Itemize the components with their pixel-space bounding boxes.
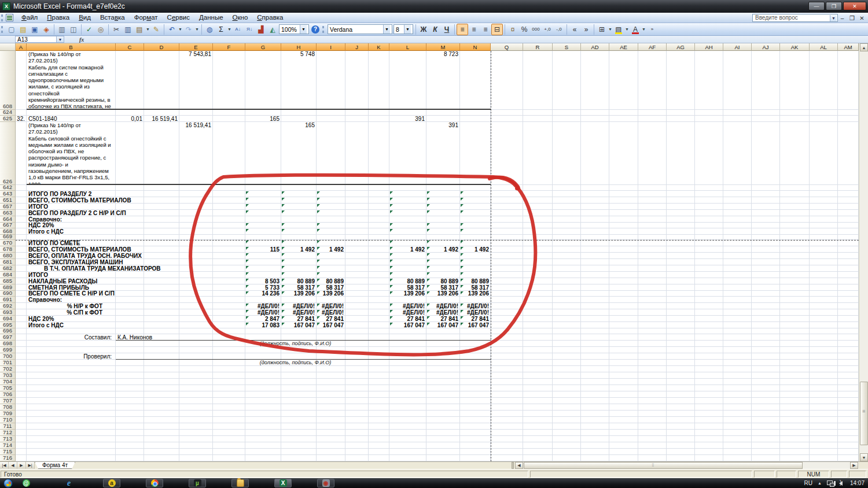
menu-view[interactable]: Вид	[74, 13, 95, 22]
cell-L694[interactable]: 27 841	[389, 316, 426, 322]
row-header-625[interactable]: 625	[0, 116, 16, 122]
chevron-down-icon[interactable]: ▼	[300, 25, 307, 34]
cell-N692[interactable]: #ДЕЛ/0!	[460, 303, 491, 309]
column-header-Q[interactable]: Q	[491, 43, 523, 51]
horizontal-scroll-thumb[interactable]	[524, 462, 803, 469]
tray-expand-icon[interactable]: ▲	[818, 481, 822, 485]
chevron-down-icon[interactable]: ▼	[178, 24, 183, 35]
cell-I695[interactable]: 167 047	[317, 322, 345, 328]
save-icon[interactable]: ▣	[29, 24, 41, 35]
column-header-G[interactable]: G	[245, 43, 281, 51]
next-sheet-button[interactable]: ▶	[17, 462, 26, 469]
excel-taskbar-button[interactable]: X	[274, 479, 292, 487]
paste-icon[interactable]: ▤	[134, 24, 145, 35]
chrome-button[interactable]	[146, 479, 163, 487]
standard-toolbar-grip[interactable]	[1, 26, 3, 33]
chevron-down-icon[interactable]: ▼	[227, 24, 232, 35]
cell-N695[interactable]: 167 047	[460, 322, 491, 328]
column-header-H[interactable]: H	[281, 43, 317, 51]
chevron-down-icon[interactable]: ▼	[194, 24, 200, 35]
cell-N694[interactable]: 27 841	[460, 316, 491, 322]
sheet-tab-forma4t[interactable]: Форма 4т	[35, 462, 75, 469]
cell-B693[interactable]: % С/П к ФОТ	[27, 309, 116, 316]
undo-icon[interactable]: ↶	[166, 24, 178, 35]
tab-split-handle[interactable]	[512, 462, 514, 469]
cell-H693[interactable]: #ДЕЛ/0!	[281, 309, 317, 316]
borders-button[interactable]: ⊞	[596, 24, 608, 35]
cell-B680[interactable]: ВСЕГО, ОПЛАТА ТРУДА ОСН. РАБОЧИХ	[27, 253, 142, 259]
workbook-minimize-button[interactable]: –	[838, 14, 846, 21]
start-button[interactable]	[3, 479, 13, 488]
network-icon[interactable]	[827, 480, 834, 486]
comma-style-button[interactable]: 000	[530, 24, 542, 35]
cell-G625[interactable]: 165	[245, 116, 281, 122]
messenger-button[interactable]: @	[17, 479, 35, 487]
cell-M690[interactable]: 139 206	[426, 291, 460, 297]
cell-B668[interactable]: Итого с НДС	[27, 228, 64, 235]
column-header-N[interactable]: N	[460, 43, 491, 51]
menu-edit[interactable]: Правка	[42, 13, 74, 22]
cell-M692[interactable]: #ДЕЛ/0!	[426, 303, 460, 309]
restore-button[interactable]: ❐	[826, 2, 842, 10]
cell-B691[interactable]: Справочно:	[27, 297, 62, 303]
close-button[interactable]: ✕	[843, 2, 866, 10]
menu-format[interactable]: Формат	[130, 13, 163, 22]
workbook-restore-button[interactable]: ❐	[848, 14, 856, 21]
first-sheet-button[interactable]: |◀	[0, 462, 9, 469]
autosum-icon[interactable]: Σ	[215, 24, 227, 35]
cell-C625[interactable]: 0,01	[116, 116, 144, 122]
cell-G701[interactable]: (должность, подпись, Ф.И.О)	[245, 360, 345, 366]
column-header-E[interactable]: E	[179, 43, 213, 51]
column-header-R[interactable]: R	[523, 43, 553, 51]
speaker-icon[interactable]	[839, 481, 843, 486]
internet-explorer-button[interactable]: e	[60, 479, 78, 487]
cell-B690[interactable]: ВСЕГО ПО СМЕТЕ С Н/Р И С/П	[27, 291, 115, 297]
row-header-626[interactable]: 626	[0, 122, 16, 185]
chevron-down-icon[interactable]: ▼	[145, 24, 150, 35]
cell-L693[interactable]: #ДЕЛ/0!	[389, 309, 426, 316]
help-icon[interactable]: ?	[310, 24, 321, 35]
cell-M626[interactable]: 391	[426, 122, 460, 185]
cut-icon[interactable]: ✂	[111, 24, 122, 35]
cell-B625[interactable]: C501-1840	[27, 116, 57, 122]
cell-L678[interactable]: 1 492	[389, 246, 426, 253]
cell-B608[interactable]: (Приказ № 140/пр от 27.02.2015) Кабель д…	[27, 51, 116, 110]
cell-B681[interactable]: ВСЕГО, ЭКСПЛУАТАЦИЯ МАШИН	[27, 259, 123, 265]
menu-file[interactable]: Файл	[17, 13, 42, 22]
cell-M695[interactable]: 167 047	[426, 322, 460, 328]
cell-B684[interactable]: ИТОГО	[27, 272, 48, 278]
cell-G695[interactable]: 17 083	[245, 322, 281, 328]
column-header-C[interactable]: C	[116, 43, 144, 51]
cell-L695[interactable]: 167 047	[389, 322, 426, 328]
menu-help[interactable]: Справка	[252, 13, 288, 22]
cell-E608[interactable]: 7 543,81	[179, 51, 213, 110]
column-header-AH[interactable]: AH	[695, 43, 723, 51]
column-header-AL[interactable]: AL	[810, 43, 838, 51]
percent-style-button[interactable]: %	[518, 24, 530, 35]
fx-icon[interactable]: fx	[79, 36, 84, 43]
cell-G690[interactable]: 14 236	[245, 291, 281, 297]
cell-D625[interactable]: 16 519,41	[144, 116, 179, 122]
select-all-corner[interactable]	[0, 43, 16, 51]
cell-M685[interactable]: 80 889	[426, 278, 460, 284]
research-icon[interactable]: ◎	[95, 24, 106, 35]
menu-insert[interactable]: Вставка	[95, 13, 130, 22]
scroll-down-icon[interactable]: ▼	[860, 453, 868, 461]
menu-data[interactable]: Данные	[194, 13, 228, 22]
cell-M678[interactable]: 1 492	[426, 246, 460, 253]
align-right-button[interactable]: ≡	[480, 24, 491, 35]
cell-G694[interactable]: 2 847	[245, 316, 281, 322]
column-header-AE[interactable]: AE	[609, 43, 638, 51]
cell-N685[interactable]: 80 889	[460, 278, 491, 284]
last-sheet-button[interactable]: ▶|	[26, 462, 35, 469]
minimize-button[interactable]: —	[808, 2, 825, 10]
column-header-AI[interactable]: AI	[723, 43, 752, 51]
cell-L625[interactable]: 391	[389, 116, 426, 122]
cell-M608[interactable]: 8 723	[426, 51, 460, 110]
column-header-AF[interactable]: AF	[638, 43, 667, 51]
language-indicator[interactable]: RU	[804, 480, 812, 486]
print-icon[interactable]: ▥	[56, 24, 68, 35]
column-header-AD[interactable]: AD	[581, 43, 609, 51]
column-header-D[interactable]: D	[144, 43, 179, 51]
toolbar-grip[interactable]	[1, 14, 3, 21]
